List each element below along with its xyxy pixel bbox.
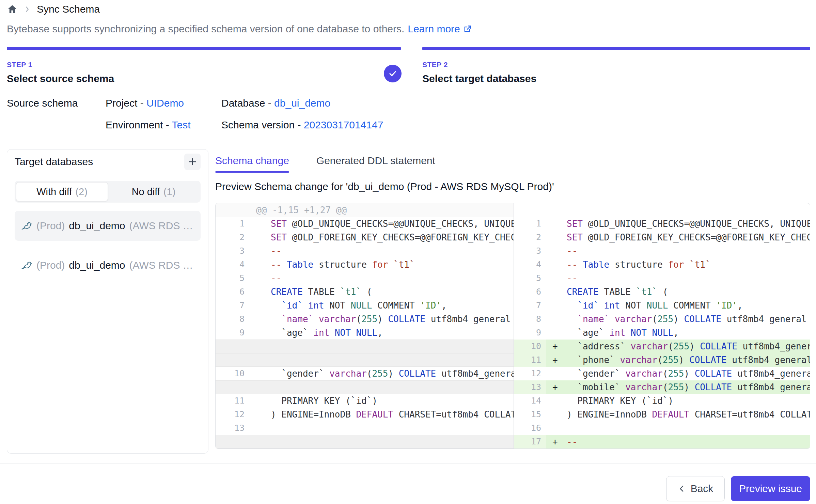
- code-token: [329, 328, 335, 338]
- diff-row: 9 `age` int NOT NULL,9 `age` int NOT NUL…: [216, 326, 810, 340]
- code-token: 255: [372, 368, 388, 379]
- code-line: + `address` varchar(255) COLLATE utf8mb4…: [546, 340, 810, 353]
- code-token: NOT NULL: [631, 328, 673, 338]
- target-database-item[interactable]: (Prod)db_ui_demo(AWS RDS MySQL Prod): [15, 211, 201, 241]
- code-line: `name` varchar(255) COLLATE utf8mb4_gene…: [250, 312, 514, 326]
- code-token: (: [657, 355, 663, 365]
- code-token: varchar: [329, 368, 367, 379]
- code-token: 255: [361, 314, 377, 324]
- add-target-database-button[interactable]: [184, 154, 201, 170]
- tab-with-diff[interactable]: With diff (2): [16, 182, 108, 201]
- code-token: --: [271, 273, 281, 283]
- code-token: `gender`: [567, 368, 625, 379]
- source-project-field: Project - UIDemo: [106, 97, 184, 109]
- code-token: `age`: [271, 328, 313, 338]
- code-token: (: [361, 287, 372, 297]
- code-token: NULL: [647, 300, 668, 311]
- db-name: db_ui_demo: [69, 259, 125, 271]
- code-line: `id` int NOT NULL COMMENT 'ID',: [250, 299, 514, 312]
- preview-issue-button[interactable]: Preview issue: [731, 476, 810, 501]
- target-databases-body: With diff (2) No diff (1) (Prod)db_ui_de…: [7, 174, 208, 297]
- footer-divider: [0, 463, 816, 463]
- code-line: CREATE TABLE `t1` (: [250, 285, 514, 299]
- code-token: `name`: [577, 314, 609, 324]
- diff-row: 7 `id` int NOT NULL COMMENT 'ID',7 `id` …: [216, 299, 810, 312]
- line-number: [514, 203, 546, 217]
- code-token: `age`: [567, 328, 609, 338]
- line-number: 12: [514, 367, 546, 380]
- code-line: --: [546, 271, 810, 285]
- line-number: 7: [216, 299, 250, 312]
- schema-diff-viewer[interactable]: @@ -1,15 +1,27 @@1SET @OLD_UNIQUE_CHECKS…: [215, 203, 810, 449]
- code-token: 255: [663, 355, 679, 365]
- code-token: `name`: [281, 314, 313, 324]
- schema-version-link[interactable]: 20230317014147: [304, 119, 383, 130]
- code-token: CHARSET=utf8mb4 COLLATE=utf8mb4_general_…: [689, 409, 810, 420]
- no-diff-count: (1): [163, 186, 175, 198]
- db-name: db_ui_demo: [69, 220, 125, 232]
- tab-schema-change[interactable]: Schema change: [215, 155, 289, 173]
- code-token: [271, 300, 281, 311]
- code-token: [271, 314, 281, 324]
- code-token: ,: [737, 300, 743, 311]
- code-token: [599, 300, 604, 311]
- tab-generated-ddl[interactable]: Generated DDL statement: [316, 155, 435, 173]
- code-line: [250, 340, 514, 353]
- code-token: TABLE: [599, 287, 636, 297]
- learn-more-link[interactable]: Learn more: [408, 23, 472, 35]
- step2-progress-bar: [422, 47, 810, 50]
- line-number: 1: [216, 217, 250, 231]
- code-token: ,: [673, 328, 679, 338]
- line-number: 4: [216, 258, 250, 271]
- db-instance: (AWS RDS MySQL Prod): [129, 220, 195, 232]
- code-token: [567, 300, 577, 311]
- diff-filter-tabs: With diff (2) No diff (1): [15, 181, 201, 203]
- target-database-item[interactable]: (Prod)db_ui_demo(AWS RDS MySQL Prod): [15, 250, 201, 280]
- diff-row: 11 PRIMARY KEY (`id`)14 PRIMARY KEY (`id…: [216, 394, 810, 408]
- code-token: 'ID': [716, 300, 737, 311]
- code-token: varchar: [625, 382, 663, 392]
- step1: STEP 1 Select source schema: [7, 61, 114, 84]
- line-number: 12: [216, 408, 250, 421]
- line-number: 17: [514, 435, 546, 448]
- code-line: -- Table structure for `t1`: [250, 258, 514, 271]
- line-number: 9: [514, 326, 546, 340]
- code-token: ): [388, 368, 398, 379]
- source-database-field: Database - db_ui_demo: [221, 97, 330, 109]
- target-databases-header: Target databases: [7, 149, 208, 174]
- code-token: NOT: [324, 300, 351, 311]
- code-token: `t1`: [689, 259, 711, 270]
- code-token: SET: [567, 232, 583, 242]
- code-token: int: [604, 300, 620, 311]
- code-token: ,: [441, 300, 447, 311]
- code-line: --: [250, 244, 514, 258]
- database-link[interactable]: db_ui_demo: [274, 97, 330, 109]
- line-number: 13: [514, 380, 546, 394]
- environment-link[interactable]: Test: [172, 119, 191, 130]
- code-token: @OLD_FOREIGN_KEY_CHECKS=@@FOREIGN_KEY_CH…: [287, 232, 514, 242]
- code-token: utf8mb4_general_ci: [737, 341, 810, 351]
- step2-label: STEP 2: [422, 61, 536, 69]
- code-token: ): [377, 314, 388, 324]
- code-token: ): [679, 355, 689, 365]
- code-token: [567, 314, 577, 324]
- code-token: `id`: [281, 300, 303, 311]
- tab-no-diff[interactable]: No diff (1): [108, 182, 199, 201]
- back-button[interactable]: Back: [666, 476, 725, 501]
- home-icon[interactable]: [7, 4, 18, 15]
- code-token: ): [684, 382, 694, 392]
- code-token: TABLE: [303, 287, 340, 297]
- breadcrumb: Sync Schema: [7, 3, 100, 15]
- code-token: `address`: [567, 341, 631, 351]
- code-token: COLLATE: [689, 355, 727, 365]
- project-link[interactable]: UIDemo: [146, 97, 184, 109]
- code-token: for: [372, 259, 388, 270]
- code-line: SET @OLD_UNIQUE_CHECKS=@@UNIQUE_CHECKS, …: [250, 217, 514, 231]
- diff-row: 4-- Table structure for `t1`4-- Table st…: [216, 258, 810, 271]
- code-token: [388, 259, 393, 270]
- diff-row: 8 `name` varchar(255) COLLATE utf8mb4_ge…: [216, 312, 810, 326]
- code-token: COLLATE: [388, 314, 425, 324]
- code-token: COLLATE: [695, 382, 732, 392]
- code-token: utf8mb4_general_ci: [425, 314, 514, 324]
- code-token: --: [271, 246, 281, 256]
